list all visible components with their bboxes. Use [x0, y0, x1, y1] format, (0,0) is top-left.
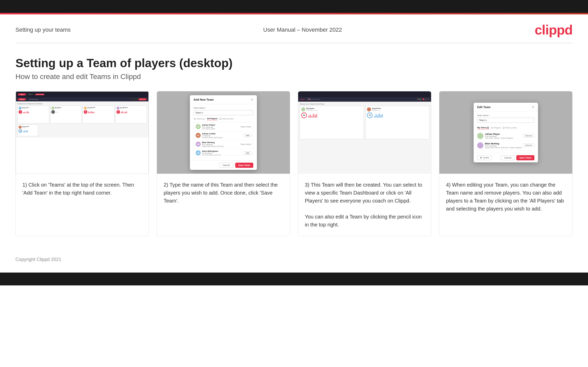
- player-details-2: Adrian Coliba 1 HandicapCentral London G…: [202, 133, 223, 138]
- edit-player-1-club: Plus HandicapThe Shire London, United Ki…: [485, 135, 513, 139]
- player-club-4: 5.5 HandicapThe Dog Maing Golf Club: [202, 152, 221, 156]
- filter-checkbox[interactable]: [220, 118, 221, 120]
- player-list-item-2: AC Adrian Coliba 1 HandicapCentral Londo…: [194, 131, 253, 140]
- sc1-player-2-score: 0: [51, 110, 55, 114]
- edit-player-1-name: Adrian Player: [485, 133, 513, 135]
- add-player-btn-2[interactable]: Add: [244, 134, 251, 137]
- sc1-filter: Showing 5 out of 5 players from: All Pla…: [18, 103, 147, 104]
- sc1-tab-1: Players: [18, 98, 26, 100]
- edit-dialog-footer: 🗑 Delete Cancel Save Team: [474, 153, 538, 162]
- edit-save-team-button[interactable]: Save Team: [516, 155, 534, 160]
- sc1-bar: [91, 111, 92, 113]
- add-player-btn-4[interactable]: Add: [244, 151, 251, 155]
- sc1-tab-2: My Performance: [27, 98, 40, 100]
- sc1-bar: [23, 112, 24, 113]
- player-list-item-3: BM Blair McHarg Plus HandicapRoyal North…: [194, 140, 253, 149]
- team-name-input[interactable]: [194, 110, 253, 115]
- remove-player-1-btn[interactable]: Remove: [523, 134, 534, 137]
- sc1-player-4-header: Dave Billingham 3 Handicap: [116, 107, 146, 110]
- sc3-bar: [313, 114, 314, 118]
- sc3-pcard-2-name: Richard Butler: [372, 108, 381, 109]
- edit-avatar-1: [477, 133, 483, 139]
- edit-dialog-body: Team Name * My Team (2) All Players Filt…: [474, 112, 538, 153]
- edit-close-icon[interactable]: ✕: [532, 105, 534, 109]
- sc3-bar: [377, 115, 378, 118]
- save-team-button[interactable]: Save Team: [235, 163, 253, 168]
- sc1-main-content: Showing 5 out of 5 players from: All Pla…: [16, 101, 148, 138]
- sc1-player-3-club: 5 Handicap: [87, 108, 95, 109]
- sc1-icon-2: [136, 98, 138, 100]
- filter-by-name: Filter by name: [220, 118, 233, 120]
- sc1-player-3-info: Dave Billingham 5 Handicap: [87, 107, 95, 109]
- sc1-player-card-2: Blair McHarg Plus Handicap 0 No data: [50, 106, 82, 124]
- sc3-topbar: [298, 91, 431, 97]
- sc1-bottom-score-row: 72: [19, 129, 37, 133]
- sc1-bottom-player-header: Richard Butler 2 Handicap: [19, 126, 37, 129]
- sc3-pencil-icon[interactable]: [427, 98, 429, 100]
- header-document-title: User Manual – November 2022: [263, 27, 342, 33]
- dialog-title: Add New Team: [194, 98, 214, 101]
- edit-player-item-1: Adrian Player Plus HandicapThe Shire Lon…: [477, 131, 534, 141]
- sc1-avatar-4: [116, 107, 120, 110]
- sc1-player-3-score-row: 94: [84, 110, 113, 114]
- top-bar: [0, 0, 588, 13]
- sc3-player-1-info: Blair McHarg Plus HandicapRoyal North De…: [306, 108, 318, 111]
- team-name-label: Team Name *: [194, 107, 253, 109]
- delete-team-button[interactable]: 🗑 Delete: [477, 155, 492, 160]
- my-team-tab[interactable]: My Team (2): [194, 118, 205, 120]
- sc3-bar: [379, 113, 380, 118]
- sc3-bar: [316, 114, 317, 118]
- sc1-bar: [121, 112, 122, 113]
- edit-player-info-1: Adrian Player Plus HandicapThe Shire Lon…: [477, 133, 513, 139]
- sc1-add-team-btn[interactable]: Add Team: [139, 98, 146, 100]
- sc3-bar: [311, 116, 313, 118]
- player-name-3: Blair McHarg: [202, 141, 224, 144]
- footer: Copyright Clippd 2021: [0, 252, 588, 273]
- sc1-bar: [27, 111, 28, 113]
- edit-dialog-tabs: My Team (2) All Players Filter by name: [477, 126, 534, 129]
- sc1-player-4-score-row: 78: [116, 110, 146, 114]
- sc1-bar: [89, 112, 90, 113]
- sc1-player-2-header: Blair McHarg Plus Handicap: [51, 107, 81, 110]
- edit-team-name-input[interactable]: [477, 118, 534, 123]
- sc1-player-1-score: 84: [19, 110, 22, 114]
- sc3-nav-players[interactable]: Players: [308, 98, 311, 100]
- sc3-pcard-2-club: 2 HandicapWentworth Golf Club: [372, 109, 381, 111]
- remove-player-2-btn[interactable]: Remove: [523, 144, 534, 147]
- sc3-score-1: 94: [301, 112, 307, 118]
- card-3-text: 3) This Team will then be created. You c…: [298, 174, 431, 236]
- edit-cancel-button[interactable]: Cancel: [501, 155, 515, 160]
- edit-all-players-tab[interactable]: All Players: [491, 127, 501, 129]
- sc1-bar: [93, 112, 94, 113]
- sc3-nav-performance[interactable]: My Performance: [313, 99, 320, 100]
- sc1-bar: [122, 111, 123, 113]
- sc1-players-grid: Adrian Collins Plus Handicap 84: [18, 106, 147, 124]
- sc1-player-1-info: Adrian Collins Plus Handicap: [22, 107, 29, 109]
- player-details-3: Blair McHarg Plus HandicapRoyal North De…: [202, 141, 224, 147]
- cancel-button[interactable]: Cancel: [219, 163, 233, 168]
- all-players-tab[interactable]: All Players: [207, 117, 217, 120]
- player-club-3: Plus HandicapRoyal North Devon Golf Club: [202, 144, 224, 147]
- sc3-teams-btn[interactable]: Teams: [417, 98, 422, 100]
- dialog-close-icon[interactable]: ✕: [251, 98, 253, 101]
- sc1-bottom-score: 72: [19, 129, 22, 133]
- edit-my-team-tab[interactable]: My Team (2): [477, 126, 489, 129]
- player-avatar-1: AP: [196, 124, 201, 129]
- sc3-content: Showing 2 out of 2 players from: All Pla…: [298, 102, 431, 141]
- trash-icon: 🗑: [480, 156, 482, 159]
- edit-filter-checkbox[interactable]: [503, 127, 505, 129]
- sc1-bars-1: [23, 111, 48, 113]
- player-list: AP Adrian Player Plus HandicapThe Shire …: [194, 122, 253, 156]
- player-info-1: AP Adrian Player Plus HandicapThe Shire …: [196, 124, 215, 130]
- sc3-avatar-1: [301, 107, 305, 111]
- sc1-bottom-player-club: 2 Handicap: [22, 127, 29, 128]
- player-status-3: Player Added: [240, 143, 251, 145]
- card-4: Edit Team ✕ Team Name * My Team (2) All …: [439, 91, 573, 236]
- sc1-player-3-stats: [88, 111, 113, 113]
- sc3-pcard-1: Blair McHarg Plus HandicapRoyal North De…: [300, 106, 364, 139]
- sc1-bar: [125, 112, 126, 113]
- edit-filter-label: Filter by name: [505, 127, 517, 129]
- player-details-1: Adrian Player Plus HandicapThe Shire Lon…: [202, 124, 215, 130]
- sc1-bar: [26, 112, 27, 113]
- sc1-player-card-4: Dave Billingham 3 Handicap 78: [115, 106, 147, 124]
